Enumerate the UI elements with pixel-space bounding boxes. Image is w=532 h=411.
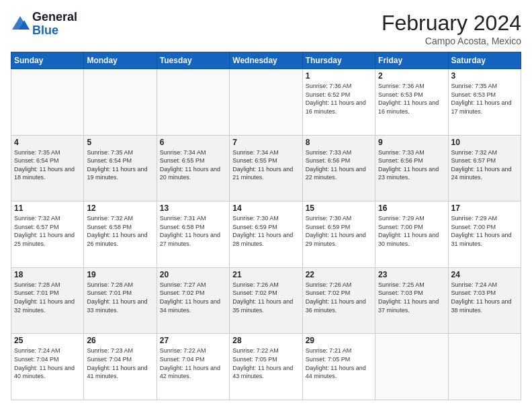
location: Campo Acosta, Mexico bbox=[382, 36, 521, 46]
col-friday: Friday bbox=[375, 52, 448, 69]
logo: General Blue bbox=[11, 11, 77, 38]
day-info: Sunrise: 7:35 AM Sunset: 6:53 PM Dayligh… bbox=[451, 82, 518, 116]
table-cell: 8Sunrise: 7:33 AM Sunset: 6:56 PM Daylig… bbox=[302, 135, 375, 201]
day-number: 24 bbox=[451, 270, 518, 279]
table-cell: 1Sunrise: 7:36 AM Sunset: 6:52 PM Daylig… bbox=[302, 69, 375, 136]
table-cell: 16Sunrise: 7:29 AM Sunset: 7:00 PM Dayli… bbox=[375, 201, 448, 268]
calendar-week-row: 4Sunrise: 7:35 AM Sunset: 6:54 PM Daylig… bbox=[11, 135, 521, 201]
title-block: February 2024 Campo Acosta, Mexico bbox=[382, 11, 521, 46]
day-info: Sunrise: 7:29 AM Sunset: 7:00 PM Dayligh… bbox=[451, 214, 518, 248]
day-info: Sunrise: 7:35 AM Sunset: 6:54 PM Dayligh… bbox=[87, 148, 153, 182]
day-number: 21 bbox=[232, 270, 299, 279]
table-cell: 7Sunrise: 7:34 AM Sunset: 6:55 PM Daylig… bbox=[230, 135, 302, 201]
table-cell: 9Sunrise: 7:33 AM Sunset: 6:56 PM Daylig… bbox=[375, 135, 448, 201]
day-number: 25 bbox=[14, 336, 81, 345]
day-number: 10 bbox=[451, 138, 518, 147]
table-cell: 28Sunrise: 7:22 AM Sunset: 7:05 PM Dayli… bbox=[230, 334, 302, 400]
day-info: Sunrise: 7:28 AM Sunset: 7:01 PM Dayligh… bbox=[87, 281, 153, 314]
day-number: 6 bbox=[160, 138, 226, 147]
day-info: Sunrise: 7:32 AM Sunset: 6:57 PM Dayligh… bbox=[14, 214, 81, 248]
day-info: Sunrise: 7:34 AM Sunset: 6:55 PM Dayligh… bbox=[160, 148, 226, 182]
day-info: Sunrise: 7:26 AM Sunset: 7:02 PM Dayligh… bbox=[306, 281, 372, 314]
table-cell: 23Sunrise: 7:25 AM Sunset: 7:03 PM Dayli… bbox=[375, 267, 448, 334]
col-monday: Monday bbox=[84, 52, 157, 69]
calendar-header-row: Sunday Monday Tuesday Wednesday Thursday… bbox=[11, 52, 521, 69]
day-number: 22 bbox=[306, 270, 372, 279]
day-number: 20 bbox=[160, 270, 226, 279]
table-cell: 29Sunrise: 7:21 AM Sunset: 7:05 PM Dayli… bbox=[302, 334, 375, 400]
table-cell: 26Sunrise: 7:23 AM Sunset: 7:04 PM Dayli… bbox=[84, 334, 157, 400]
day-number: 28 bbox=[232, 336, 299, 345]
table-cell: 15Sunrise: 7:30 AM Sunset: 6:59 PM Dayli… bbox=[302, 201, 375, 268]
table-cell: 22Sunrise: 7:26 AM Sunset: 7:02 PM Dayli… bbox=[302, 267, 375, 334]
day-info: Sunrise: 7:30 AM Sunset: 6:59 PM Dayligh… bbox=[232, 214, 299, 248]
day-info: Sunrise: 7:31 AM Sunset: 6:58 PM Dayligh… bbox=[160, 214, 226, 248]
header: General Blue February 2024 Campo Acosta,… bbox=[11, 11, 521, 46]
month-year: February 2024 bbox=[382, 11, 521, 36]
table-cell: 27Sunrise: 7:22 AM Sunset: 7:04 PM Dayli… bbox=[157, 334, 229, 400]
table-cell: 17Sunrise: 7:29 AM Sunset: 7:00 PM Dayli… bbox=[448, 201, 521, 268]
table-cell: 3Sunrise: 7:35 AM Sunset: 6:53 PM Daylig… bbox=[448, 69, 521, 136]
day-info: Sunrise: 7:33 AM Sunset: 6:56 PM Dayligh… bbox=[306, 148, 372, 182]
day-info: Sunrise: 7:34 AM Sunset: 6:55 PM Dayligh… bbox=[232, 148, 299, 182]
day-info: Sunrise: 7:24 AM Sunset: 7:03 PM Dayligh… bbox=[451, 281, 518, 314]
day-info: Sunrise: 7:21 AM Sunset: 7:05 PM Dayligh… bbox=[306, 347, 372, 380]
table-cell: 20Sunrise: 7:27 AM Sunset: 7:02 PM Dayli… bbox=[157, 267, 229, 334]
table-cell: 4Sunrise: 7:35 AM Sunset: 6:54 PM Daylig… bbox=[11, 135, 84, 201]
table-cell: 14Sunrise: 7:30 AM Sunset: 6:59 PM Dayli… bbox=[230, 201, 302, 268]
day-number: 1 bbox=[306, 71, 372, 81]
table-cell: 11Sunrise: 7:32 AM Sunset: 6:57 PM Dayli… bbox=[11, 201, 84, 268]
day-info: Sunrise: 7:25 AM Sunset: 7:03 PM Dayligh… bbox=[378, 281, 445, 314]
day-number: 16 bbox=[378, 203, 445, 213]
table-cell: 21Sunrise: 7:26 AM Sunset: 7:02 PM Dayli… bbox=[230, 267, 302, 334]
table-cell bbox=[157, 69, 229, 136]
day-number: 23 bbox=[378, 270, 445, 279]
page: General Blue February 2024 Campo Acosta,… bbox=[0, 0, 532, 411]
table-cell: 5Sunrise: 7:35 AM Sunset: 6:54 PM Daylig… bbox=[84, 135, 157, 201]
day-info: Sunrise: 7:26 AM Sunset: 7:02 PM Dayligh… bbox=[232, 281, 299, 314]
day-info: Sunrise: 7:22 AM Sunset: 7:05 PM Dayligh… bbox=[232, 347, 299, 380]
table-cell: 24Sunrise: 7:24 AM Sunset: 7:03 PM Dayli… bbox=[448, 267, 521, 334]
day-number: 2 bbox=[378, 71, 445, 81]
day-info: Sunrise: 7:35 AM Sunset: 6:54 PM Dayligh… bbox=[14, 148, 81, 182]
table-cell: 13Sunrise: 7:31 AM Sunset: 6:58 PM Dayli… bbox=[157, 201, 229, 268]
day-number: 27 bbox=[160, 336, 226, 345]
calendar-table: Sunday Monday Tuesday Wednesday Thursday… bbox=[11, 52, 521, 400]
table-cell: 18Sunrise: 7:28 AM Sunset: 7:01 PM Dayli… bbox=[11, 267, 84, 334]
day-number: 4 bbox=[14, 138, 81, 147]
table-cell bbox=[11, 69, 84, 136]
col-tuesday: Tuesday bbox=[157, 52, 229, 69]
table-cell: 12Sunrise: 7:32 AM Sunset: 6:58 PM Dayli… bbox=[84, 201, 157, 268]
col-wednesday: Wednesday bbox=[230, 52, 302, 69]
col-thursday: Thursday bbox=[302, 52, 375, 69]
day-info: Sunrise: 7:30 AM Sunset: 6:59 PM Dayligh… bbox=[306, 214, 372, 248]
day-info: Sunrise: 7:32 AM Sunset: 6:58 PM Dayligh… bbox=[87, 214, 153, 248]
table-cell bbox=[84, 69, 157, 136]
table-cell: 6Sunrise: 7:34 AM Sunset: 6:55 PM Daylig… bbox=[157, 135, 229, 201]
day-number: 5 bbox=[87, 138, 153, 147]
table-cell: 25Sunrise: 7:24 AM Sunset: 7:04 PM Dayli… bbox=[11, 334, 84, 400]
day-number: 8 bbox=[306, 138, 372, 147]
logo-line2: Blue bbox=[32, 24, 77, 38]
logo-icon bbox=[11, 15, 30, 34]
day-info: Sunrise: 7:27 AM Sunset: 7:02 PM Dayligh… bbox=[160, 281, 226, 314]
col-sunday: Sunday bbox=[11, 52, 84, 69]
day-number: 29 bbox=[306, 336, 372, 345]
day-info: Sunrise: 7:24 AM Sunset: 7:04 PM Dayligh… bbox=[14, 347, 81, 380]
day-info: Sunrise: 7:36 AM Sunset: 6:53 PM Dayligh… bbox=[378, 82, 445, 116]
day-number: 15 bbox=[306, 203, 372, 213]
logo-line1: General bbox=[32, 11, 77, 24]
day-info: Sunrise: 7:33 AM Sunset: 6:56 PM Dayligh… bbox=[378, 148, 445, 182]
day-info: Sunrise: 7:23 AM Sunset: 7:04 PM Dayligh… bbox=[87, 347, 153, 380]
calendar-week-row: 18Sunrise: 7:28 AM Sunset: 7:01 PM Dayli… bbox=[11, 267, 521, 334]
table-cell bbox=[375, 334, 448, 400]
day-number: 3 bbox=[451, 71, 518, 81]
calendar-week-row: 1Sunrise: 7:36 AM Sunset: 6:52 PM Daylig… bbox=[11, 69, 521, 136]
day-number: 26 bbox=[87, 336, 153, 345]
day-number: 18 bbox=[14, 270, 81, 279]
day-info: Sunrise: 7:28 AM Sunset: 7:01 PM Dayligh… bbox=[14, 281, 81, 314]
day-info: Sunrise: 7:32 AM Sunset: 6:57 PM Dayligh… bbox=[451, 148, 518, 182]
day-number: 12 bbox=[87, 203, 153, 213]
table-cell: 10Sunrise: 7:32 AM Sunset: 6:57 PM Dayli… bbox=[448, 135, 521, 201]
col-saturday: Saturday bbox=[448, 52, 521, 69]
